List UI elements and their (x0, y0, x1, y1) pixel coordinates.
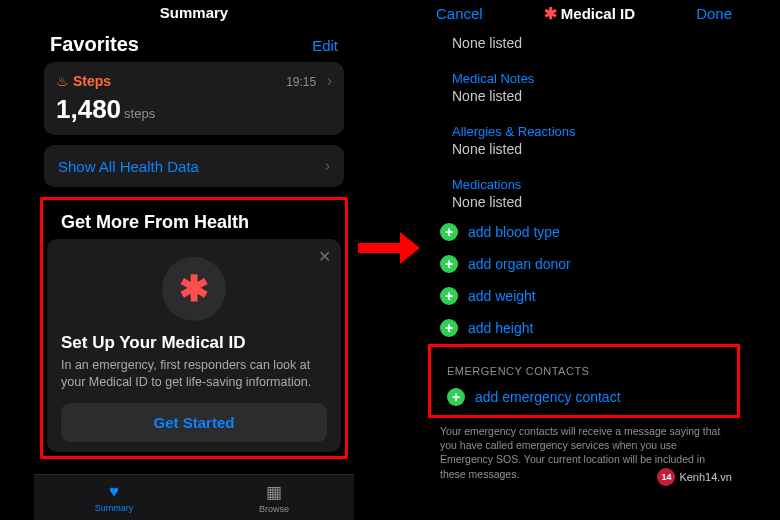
watermark: 14 Kenh14.vn (657, 468, 732, 486)
medical-card-description: In an emergency, first responders can lo… (61, 357, 327, 391)
highlight-annotation: EMERGENCY CONTACTS + add emergency conta… (428, 344, 740, 418)
steps-card[interactable]: ♨ Steps 19:15 › 1,480steps (44, 62, 344, 135)
add-blood-type-button[interactable]: + add blood type (424, 216, 744, 248)
plus-icon: + (440, 255, 458, 273)
get-more-heading: Get More From Health (47, 204, 341, 239)
heart-icon: ♥ (109, 482, 119, 502)
field-value[interactable]: None listed (452, 88, 728, 104)
plus-icon: + (447, 388, 465, 406)
arrow-annotation (358, 232, 420, 264)
tab-bar: ♥ Summary ▦ Browse (34, 474, 354, 520)
add-organ-donor-button[interactable]: + add organ donor (424, 248, 744, 280)
field-value[interactable]: None listed (452, 194, 728, 210)
field-label-medications: Medications (452, 177, 728, 192)
add-height-button[interactable]: + add height (424, 312, 744, 344)
field-value: None listed (452, 35, 728, 51)
flame-icon: ♨ (56, 73, 69, 89)
plus-icon: + (440, 319, 458, 337)
favorites-heading: Favorites (50, 33, 139, 56)
field-value[interactable]: None listed (452, 141, 728, 157)
field-label-medical-notes: Medical Notes (452, 71, 728, 86)
page-title: Summary (34, 0, 354, 31)
chevron-right-icon: › (327, 72, 332, 89)
cancel-button[interactable]: Cancel (436, 5, 483, 22)
medical-id-card: ✕ ✱ Set Up Your Medical ID In an emergen… (47, 239, 341, 452)
plus-icon: + (440, 287, 458, 305)
steps-count: 1,480steps (56, 94, 332, 125)
grid-icon: ▦ (266, 482, 282, 503)
show-all-health-button[interactable]: Show All Health Data › (44, 145, 344, 187)
chevron-right-icon: › (325, 157, 330, 175)
steps-label: Steps (73, 73, 111, 89)
steps-time: 19:15 (286, 75, 316, 89)
page-title: ✱ Medical ID (544, 4, 635, 23)
tab-browse[interactable]: ▦ Browse (194, 475, 354, 520)
emergency-contacts-header: EMERGENCY CONTACTS (431, 349, 737, 381)
tab-summary[interactable]: ♥ Summary (34, 475, 194, 520)
edit-button[interactable]: Edit (312, 37, 338, 54)
watermark-badge: 14 (657, 468, 675, 486)
done-button[interactable]: Done (696, 5, 732, 22)
plus-icon: + (440, 223, 458, 241)
get-started-button[interactable]: Get Started (61, 403, 327, 442)
highlight-annotation: Get More From Health ✕ ✱ Set Up Your Med… (40, 197, 348, 459)
medical-card-title: Set Up Your Medical ID (61, 333, 327, 353)
medical-asterisk-icon: ✱ (162, 257, 226, 321)
add-emergency-contact-button[interactable]: + add emergency contact (431, 381, 737, 413)
add-weight-button[interactable]: + add weight (424, 280, 744, 312)
field-label-allergies: Allergies & Reactions (452, 124, 728, 139)
medical-asterisk-icon: ✱ (544, 4, 557, 23)
close-icon[interactable]: ✕ (318, 247, 331, 266)
